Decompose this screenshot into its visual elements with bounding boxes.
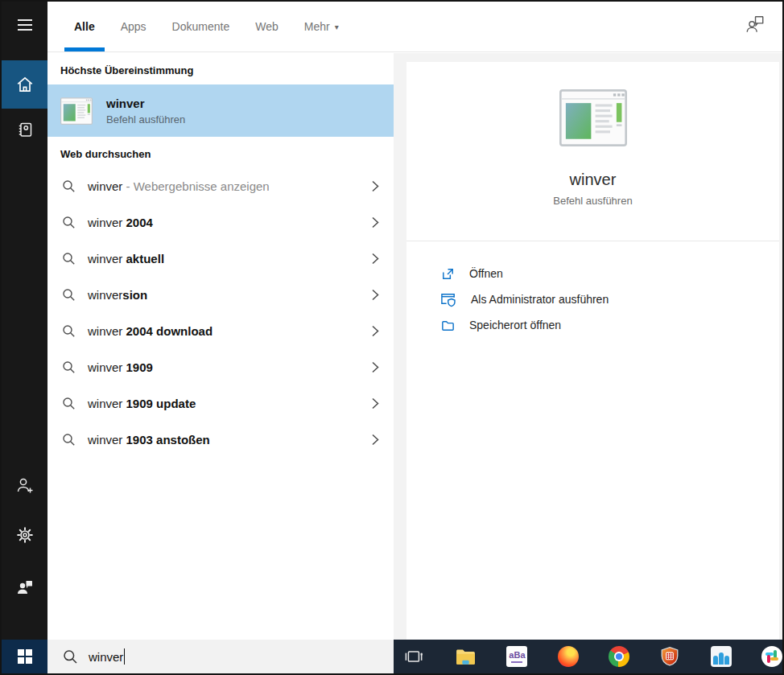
purple-app-icon: aBa: [506, 646, 527, 667]
action-run-as-admin[interactable]: Als Administrator ausführen: [406, 286, 779, 312]
text-caret: [124, 648, 125, 665]
gear-icon: [15, 525, 35, 545]
file-explorer-button[interactable]: [455, 645, 477, 668]
task-view-button[interactable]: [404, 645, 425, 668]
search-input-value: winver: [89, 650, 123, 664]
file-location-icon: [440, 318, 456, 333]
web-suggestion[interactable]: winver 1909: [47, 349, 394, 385]
tab-mehr[interactable]: Mehr ▾: [304, 2, 339, 51]
taskbar: aBa: [394, 640, 782, 673]
search-icon: [62, 433, 76, 447]
filter-tabs: Alle Apps Dokumente Web Mehr ▾: [47, 2, 339, 51]
chevron-right-icon: [372, 361, 379, 373]
tab-apps[interactable]: Apps: [121, 2, 146, 51]
search-icon: [62, 179, 76, 193]
web-suggestion[interactable]: winversion: [47, 277, 394, 313]
shield-icon: [659, 646, 680, 667]
preview-card: winver Befehl ausführen Öffnen Als Admin…: [406, 62, 779, 640]
chevron-right-icon: [372, 180, 379, 192]
section-best-match: Höchste Übereinstimmung: [47, 53, 394, 84]
sidebar-item-home[interactable]: [2, 60, 47, 109]
search-icon: [62, 360, 76, 374]
slack-icon: [761, 646, 782, 667]
search-icon: [62, 397, 76, 410]
section-web-search: Web durchsuchen: [47, 137, 394, 168]
chrome-icon: [609, 646, 629, 667]
feedback-button[interactable]: [742, 11, 768, 37]
feedback-icon: [745, 14, 765, 35]
chevron-right-icon: [372, 325, 379, 337]
firefox-icon: [558, 646, 579, 667]
people-app-icon: [711, 646, 732, 667]
chevron-right-icon: [372, 289, 379, 301]
winver-app-icon: [60, 97, 93, 125]
action-open[interactable]: Öffnen: [406, 261, 779, 286]
chrome-button[interactable]: [609, 645, 629, 668]
chevron-right-icon: [372, 434, 379, 446]
action-list: Öffnen Als Administrator ausführen Speic…: [406, 241, 779, 338]
chevron-down-icon: ▾: [335, 23, 339, 31]
search-input[interactable]: winver: [47, 640, 394, 673]
home-icon: [15, 75, 35, 94]
hamburger-menu-icon[interactable]: [2, 11, 47, 39]
tab-dokumente[interactable]: Dokumente: [172, 2, 230, 51]
firefox-button[interactable]: [558, 645, 579, 668]
slack-button[interactable]: [761, 645, 782, 668]
chevron-right-icon: [372, 253, 379, 265]
web-suggestion[interactable]: winver 1909 update: [47, 385, 394, 422]
web-suggestion[interactable]: winver 1903 anstoßen: [47, 422, 394, 458]
web-suggestion[interactable]: winver 2004 download: [47, 313, 394, 349]
preview-area: winver Befehl ausführen Öffnen Als Admin…: [394, 53, 782, 640]
web-suggestion[interactable]: winver 2004: [47, 204, 394, 241]
windows-search-flyout: Alle Apps Dokumente Web Mehr ▾ Höchste Ü…: [0, 0, 784, 675]
person-feedback-icon: [15, 578, 35, 597]
results-panel: Höchste Übereinstimmung winver Befehl au…: [47, 53, 394, 640]
search-icon: [62, 324, 76, 338]
preview-title: winver: [406, 171, 779, 189]
search-icon: [63, 649, 78, 665]
sidebar-item-journal[interactable]: [2, 112, 47, 147]
search-icon: [62, 288, 76, 302]
admin-shield-icon: [440, 291, 457, 308]
preview-header: winver Befehl ausführen: [406, 62, 779, 241]
people-app-button[interactable]: [710, 645, 731, 668]
tab-web[interactable]: Web: [255, 2, 279, 51]
best-match-result[interactable]: winver Befehl ausführen: [47, 84, 394, 137]
add-person-icon: [15, 475, 35, 495]
sidebar-item-settings[interactable]: [2, 521, 47, 549]
start-button[interactable]: [2, 640, 47, 673]
search-icon: [62, 216, 76, 229]
chevron-right-icon: [372, 216, 379, 228]
sidebar-item-account[interactable]: [2, 471, 47, 500]
purple-app-button[interactable]: aBa: [506, 645, 527, 668]
winver-app-icon-large: [559, 89, 627, 146]
password-safe-button[interactable]: [659, 645, 680, 668]
chevron-right-icon: [372, 397, 379, 410]
web-suggestion[interactable]: winver - Webergebnisse anzeigen: [47, 168, 394, 204]
sidebar: [2, 2, 47, 673]
file-explorer-icon: [455, 646, 477, 668]
action-open-file-location[interactable]: Speicherort öffnen: [406, 312, 779, 338]
web-suggestion[interactable]: winver aktuell: [47, 241, 394, 277]
task-view-icon: [404, 646, 425, 667]
best-match-subtitle: Befehl ausführen: [106, 113, 185, 126]
search-icon: [62, 252, 76, 265]
preview-subtitle: Befehl ausführen: [406, 195, 779, 207]
sidebar-item-feedback[interactable]: [2, 573, 47, 602]
search-header: Alle Apps Dokumente Web Mehr ▾: [47, 2, 782, 52]
best-match-title: winver: [106, 97, 185, 110]
windows-logo-icon: [18, 649, 32, 664]
notebook-icon: [15, 120, 35, 139]
tab-alle[interactable]: Alle: [74, 2, 95, 51]
open-icon: [440, 266, 456, 282]
